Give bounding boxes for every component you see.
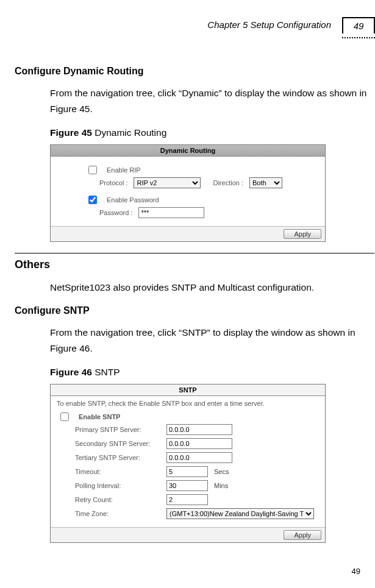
input-primary-server[interactable] [166, 424, 232, 435]
heading-configure-dynamic-routing: Configure Dynamic Routing [15, 66, 374, 77]
page-number-top: 49 [342, 17, 375, 34]
input-tertiary-server[interactable] [166, 452, 232, 463]
page-number-bottom: 49 [352, 567, 360, 576]
label-retry-count: Retry Count: [75, 496, 160, 503]
label-timeout: Timeout: [75, 468, 160, 475]
figure-46-screenshot: SNTP To enable SNTP, check the Enable SN… [50, 384, 326, 543]
hint-sntp: To enable SNTP, check the Enable SNTP bo… [51, 396, 325, 407]
para-others-intro: NetSprite1023 also provides SNTP and Mul… [15, 280, 374, 296]
label-polling-interval: Polling Interval: [75, 482, 160, 489]
para-sntp-intro: From the navigation tree, click “SNTP” t… [15, 325, 374, 357]
unit-mins: Mins [214, 482, 228, 489]
label-enable-sntp: Enable SNTP [79, 413, 120, 420]
label-enable-rip: Enable RIP [107, 166, 141, 174]
label-tertiary-server: Tertiary SNTP Server: [75, 454, 160, 461]
figure-45-caption: Figure 45 Dynamic Routing [15, 127, 374, 138]
panel-title-sntp: SNTP [51, 384, 325, 396]
select-time-zone[interactable]: (GMT+13:00)New Zealand Daylight-Saving T… [166, 508, 314, 519]
input-secondary-server[interactable] [166, 438, 232, 449]
label-enable-password: Enable Password [107, 196, 159, 204]
label-secondary-server: Secondary SNTP Server: [75, 440, 160, 447]
heading-configure-sntp: Configure SNTP [15, 305, 374, 316]
figure-45-number: Figure 45 [50, 127, 92, 138]
para-dynamic-routing-intro: From the navigation tree, click “Dynamic… [15, 85, 374, 118]
label-protocol: Protocol : [99, 179, 127, 186]
checkbox-enable-password[interactable] [88, 196, 97, 204]
input-retry-count[interactable] [166, 494, 208, 505]
figure-45-screenshot: Dynamic Routing Enable RIP Protocol : RI… [50, 144, 326, 242]
unit-secs: Secs [214, 468, 229, 475]
figure-46-title: SNTP [92, 367, 120, 377]
checkbox-enable-rip[interactable] [88, 166, 97, 174]
figure-46-number: Figure 46 [50, 367, 92, 377]
input-timeout[interactable] [166, 466, 208, 477]
label-password: Password : [99, 209, 132, 216]
apply-button-fig46[interactable]: Apply [284, 530, 321, 540]
chapter-title: Chapter 5 Setup Configuration [204, 17, 342, 34]
input-password[interactable] [138, 207, 204, 218]
apply-button-fig45[interactable]: Apply [284, 229, 321, 239]
label-time-zone: Time Zone: [75, 510, 160, 517]
page-header: Chapter 5 Setup Configuration 49 [0, 17, 375, 41]
checkbox-enable-sntp[interactable] [60, 413, 69, 421]
label-primary-server: Primary SNTP Server: [75, 426, 160, 433]
heading-others: Others [15, 258, 374, 271]
select-protocol[interactable]: RIP v2 [134, 177, 201, 188]
label-direction: Direction : [213, 179, 243, 186]
figure-46-caption: Figure 46 SNTP [15, 367, 374, 378]
section-rule [15, 253, 374, 253]
panel-title-dynamic-routing: Dynamic Routing [51, 145, 325, 157]
figure-45-title: Dynamic Routing [92, 127, 166, 138]
input-polling-interval[interactable] [166, 480, 208, 491]
select-direction[interactable]: Both [249, 177, 282, 188]
